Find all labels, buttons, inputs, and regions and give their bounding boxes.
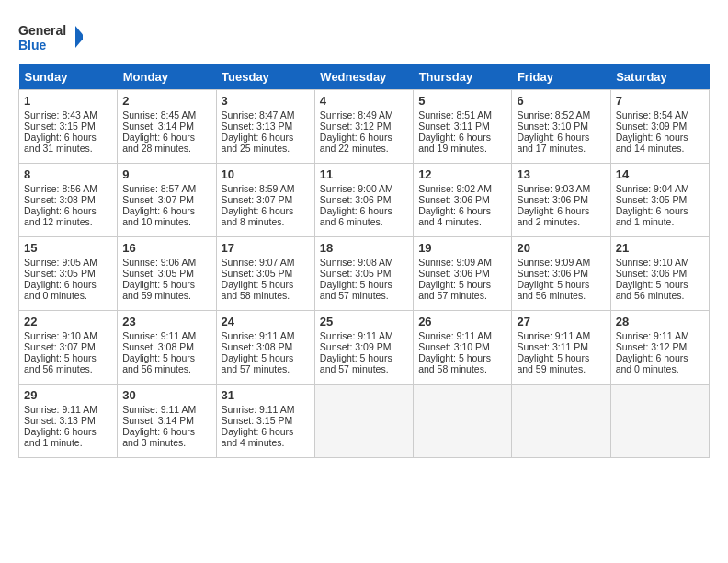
calendar-cell: 30Sunrise: 9:11 AMSunset: 3:14 PMDayligh… <box>118 385 216 458</box>
day-info: and 0 minutes. <box>24 290 112 301</box>
day-number: 20 <box>517 241 605 255</box>
calendar-cell: 1Sunrise: 8:43 AMSunset: 3:15 PMDaylight… <box>19 90 118 164</box>
day-info: and 59 minutes. <box>122 290 210 301</box>
day-info: and 4 minutes. <box>222 437 310 448</box>
day-info: Sunrise: 9:11 AM <box>24 404 112 415</box>
day-info: Daylight: 6 hours <box>320 205 408 216</box>
day-info: and 14 minutes. <box>616 143 704 154</box>
day-number: 13 <box>517 167 605 181</box>
day-number: 8 <box>24 167 112 181</box>
day-number: 19 <box>418 241 506 255</box>
svg-text:General: General <box>18 23 66 38</box>
day-info: Sunset: 3:08 PM <box>24 194 112 205</box>
day-info: Sunrise: 9:09 AM <box>418 257 506 268</box>
calendar-cell: 21Sunrise: 9:10 AMSunset: 3:06 PMDayligh… <box>610 237 709 311</box>
day-info: and 22 minutes. <box>320 143 408 154</box>
day-info: Sunset: 3:11 PM <box>517 341 605 352</box>
day-info: Sunrise: 9:00 AM <box>320 183 408 194</box>
calendar-cell: 26Sunrise: 9:11 AMSunset: 3:10 PMDayligh… <box>414 311 512 385</box>
day-info: Sunset: 3:05 PM <box>320 268 408 279</box>
day-number: 5 <box>418 94 506 108</box>
day-info: and 1 minute. <box>616 216 704 227</box>
calendar-cell <box>512 385 610 458</box>
day-info: Sunrise: 9:11 AM <box>122 404 210 415</box>
day-info: Daylight: 6 hours <box>24 205 112 216</box>
day-info: Sunset: 3:06 PM <box>616 268 704 279</box>
day-info: Sunset: 3:05 PM <box>616 194 704 205</box>
calendar-cell: 31Sunrise: 9:11 AMSunset: 3:15 PMDayligh… <box>216 385 314 458</box>
day-info: Sunrise: 9:06 AM <box>122 257 210 268</box>
calendar-cell: 2Sunrise: 8:45 AMSunset: 3:14 PMDaylight… <box>118 90 216 164</box>
col-header-saturday: Saturday <box>610 64 709 90</box>
day-info: Sunrise: 9:11 AM <box>616 330 704 341</box>
calendar-cell: 8Sunrise: 8:56 AMSunset: 3:08 PMDaylight… <box>19 164 118 237</box>
day-info: Daylight: 6 hours <box>122 132 210 143</box>
day-info: Daylight: 6 hours <box>517 132 605 143</box>
day-info: Sunrise: 9:10 AM <box>24 330 112 341</box>
day-info: Sunset: 3:06 PM <box>517 268 605 279</box>
day-info: Daylight: 6 hours <box>122 205 210 216</box>
day-info: and 2 minutes. <box>517 216 605 227</box>
calendar-cell: 15Sunrise: 9:05 AMSunset: 3:05 PMDayligh… <box>19 237 118 311</box>
day-info: Daylight: 5 hours <box>320 279 408 290</box>
svg-marker-2 <box>75 26 83 48</box>
day-info: Sunrise: 9:11 AM <box>222 404 310 415</box>
col-header-wednesday: Wednesday <box>314 64 413 90</box>
day-info: and 3 minutes. <box>122 437 210 448</box>
day-info: Daylight: 5 hours <box>320 352 408 363</box>
day-info: Sunset: 3:13 PM <box>24 415 112 426</box>
day-info: Sunrise: 9:09 AM <box>517 257 605 268</box>
week-row-5: 29Sunrise: 9:11 AMSunset: 3:13 PMDayligh… <box>19 385 710 458</box>
day-info: Sunset: 3:10 PM <box>517 121 605 132</box>
day-info: and 8 minutes. <box>222 216 310 227</box>
day-info: Sunrise: 9:02 AM <box>418 183 506 194</box>
day-info: Sunrise: 9:11 AM <box>320 330 408 341</box>
day-info: Sunrise: 9:11 AM <box>517 330 605 341</box>
day-info: Sunset: 3:06 PM <box>320 194 408 205</box>
day-info: Sunset: 3:06 PM <box>517 194 605 205</box>
day-info: Sunrise: 9:11 AM <box>418 330 506 341</box>
svg-text:Blue: Blue <box>18 38 47 52</box>
day-info: Sunset: 3:13 PM <box>222 121 310 132</box>
day-info: and 57 minutes. <box>222 363 310 374</box>
day-info: Sunrise: 8:45 AM <box>122 109 210 121</box>
day-number: 4 <box>320 94 408 108</box>
day-info: Sunrise: 9:07 AM <box>222 257 310 268</box>
day-number: 16 <box>122 241 210 255</box>
day-info: Sunrise: 9:05 AM <box>24 257 112 268</box>
day-info: and 56 minutes. <box>122 363 210 374</box>
calendar-cell: 24Sunrise: 9:11 AMSunset: 3:08 PMDayligh… <box>216 311 314 385</box>
calendar-cell <box>610 385 709 458</box>
day-info: Daylight: 6 hours <box>418 205 506 216</box>
day-number: 31 <box>222 388 310 402</box>
col-header-monday: Monday <box>118 64 216 90</box>
calendar-cell: 22Sunrise: 9:10 AMSunset: 3:07 PMDayligh… <box>19 311 118 385</box>
day-info: and 59 minutes. <box>517 363 605 374</box>
day-info: Sunrise: 8:59 AM <box>222 183 310 194</box>
day-info: Daylight: 5 hours <box>517 352 605 363</box>
day-info: Sunrise: 9:04 AM <box>616 183 704 194</box>
page-header: General Blue <box>18 18 710 55</box>
calendar-cell: 19Sunrise: 9:09 AMSunset: 3:06 PMDayligh… <box>414 237 512 311</box>
day-number: 26 <box>418 315 506 328</box>
calendar-cell: 27Sunrise: 9:11 AMSunset: 3:11 PMDayligh… <box>512 311 610 385</box>
calendar-cell: 17Sunrise: 9:07 AMSunset: 3:05 PMDayligh… <box>216 237 314 311</box>
day-info: Daylight: 6 hours <box>122 426 210 437</box>
day-info: Sunset: 3:08 PM <box>222 341 310 352</box>
day-info: Daylight: 6 hours <box>418 132 506 143</box>
day-number: 9 <box>122 167 210 181</box>
day-info: Sunset: 3:15 PM <box>24 121 112 132</box>
calendar-cell: 7Sunrise: 8:54 AMSunset: 3:09 PMDaylight… <box>610 90 709 164</box>
day-info: Daylight: 5 hours <box>418 352 506 363</box>
col-header-thursday: Thursday <box>414 64 512 90</box>
day-info: Sunrise: 8:56 AM <box>24 183 112 194</box>
calendar-cell: 9Sunrise: 8:57 AMSunset: 3:07 PMDaylight… <box>118 164 216 237</box>
day-info: and 25 minutes. <box>222 143 310 154</box>
day-info: and 58 minutes. <box>222 290 310 301</box>
day-info: Sunrise: 8:52 AM <box>517 109 605 121</box>
calendar-cell: 16Sunrise: 9:06 AMSunset: 3:05 PMDayligh… <box>118 237 216 311</box>
day-info: Sunset: 3:10 PM <box>418 341 506 352</box>
col-header-sunday: Sunday <box>19 64 118 90</box>
day-info: and 19 minutes. <box>418 143 506 154</box>
day-number: 22 <box>24 315 112 328</box>
